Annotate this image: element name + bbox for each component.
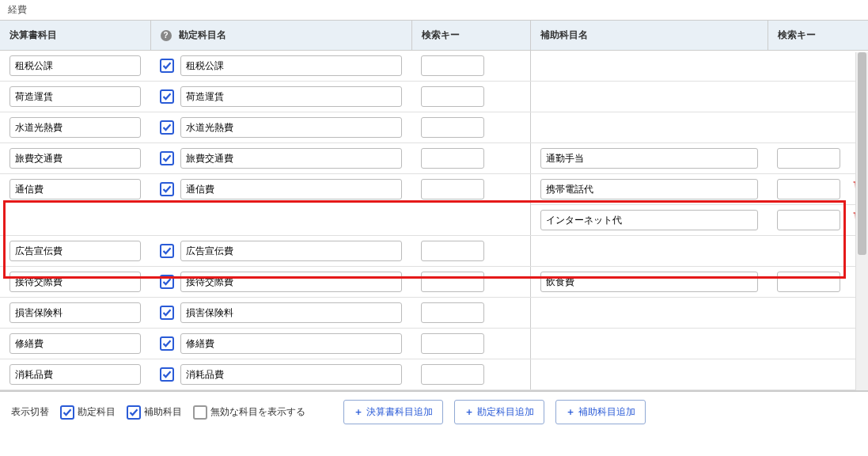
- fs-input[interactable]: [9, 333, 141, 354]
- cell-sub: [530, 236, 768, 267]
- key2-input[interactable]: [777, 148, 840, 169]
- help-icon[interactable]: ?: [161, 30, 172, 41]
- cell-acct: [150, 143, 411, 174]
- key1-input[interactable]: [421, 364, 484, 385]
- row-checkbox[interactable]: [160, 275, 174, 289]
- plus-icon: ＋: [464, 405, 474, 419]
- table-row: [0, 298, 868, 329]
- cell-acct: [150, 359, 411, 390]
- key1-input[interactable]: [421, 241, 484, 261]
- key1-input[interactable]: [421, 86, 484, 107]
- btn-add-sub-label: 補助科目追加: [578, 405, 635, 419]
- scrollbar[interactable]: [855, 52, 868, 390]
- cell-fs: [0, 51, 150, 82]
- acct-input[interactable]: [180, 364, 402, 385]
- cell-acct: [150, 112, 411, 143]
- toggle-label: 表示切替: [11, 405, 49, 419]
- key1-input[interactable]: [421, 148, 484, 169]
- cb-acct[interactable]: [60, 405, 74, 420]
- sub-input[interactable]: [540, 272, 759, 292]
- key1-input[interactable]: [421, 302, 484, 323]
- sub-input[interactable]: [540, 179, 759, 200]
- scrollbar-thumb[interactable]: [858, 52, 866, 255]
- cb-sub[interactable]: [127, 405, 141, 420]
- col-header-key2: 検索キー: [768, 21, 868, 51]
- acct-input[interactable]: [180, 179, 402, 200]
- cell-sub: [530, 298, 768, 329]
- col-header-key1: 検索キー: [411, 21, 530, 51]
- row-checkbox[interactable]: [160, 306, 174, 320]
- sub-input[interactable]: [540, 210, 759, 230]
- cb-acct-label: 勘定科目: [78, 405, 116, 419]
- cell-key1: [411, 174, 530, 236]
- fs-input[interactable]: [9, 179, 141, 200]
- btn-add-acct-label: 勘定科目追加: [477, 405, 534, 419]
- cell-fs: [0, 359, 150, 390]
- table-row: [0, 143, 868, 174]
- cb-invalid[interactable]: [193, 405, 207, 420]
- row-checkbox[interactable]: [160, 120, 174, 135]
- key2-input[interactable]: [777, 179, 840, 200]
- key1-input[interactable]: [421, 179, 484, 200]
- cell-key2: [768, 298, 843, 329]
- cell-sub: [530, 174, 768, 205]
- cell-sub: [530, 82, 768, 112]
- row-checkbox[interactable]: [160, 151, 174, 165]
- table-row: [0, 174, 868, 205]
- row-checkbox[interactable]: [160, 244, 174, 258]
- row-checkbox[interactable]: [160, 59, 174, 73]
- btn-add-acct[interactable]: ＋勘定科目追加: [454, 400, 544, 424]
- fs-input[interactable]: [9, 117, 141, 138]
- col-header-acct-label: 勘定科目名: [179, 29, 226, 40]
- sub-input[interactable]: [540, 148, 759, 169]
- acct-input[interactable]: [180, 272, 402, 292]
- table-wrap: 決算書科目 ? 勘定科目名 検索キー 補助科目名 検索キー: [0, 20, 868, 391]
- fs-input[interactable]: [9, 302, 141, 323]
- cell-key1: [411, 267, 530, 298]
- cell-acct: [150, 329, 411, 359]
- key1-input[interactable]: [421, 55, 484, 76]
- row-checkbox[interactable]: [160, 367, 174, 382]
- cell-fs: [0, 82, 150, 112]
- btn-add-sub[interactable]: ＋補助科目追加: [555, 400, 646, 424]
- table-row: [0, 82, 868, 112]
- acct-input[interactable]: [180, 117, 402, 138]
- table-header-row: 決算書科目 ? 勘定科目名 検索キー 補助科目名 検索キー: [0, 21, 868, 51]
- acct-input[interactable]: [180, 302, 402, 323]
- key1-input[interactable]: [421, 333, 484, 354]
- row-checkbox[interactable]: [160, 336, 174, 351]
- fs-input[interactable]: [9, 86, 141, 107]
- cell-fs: [0, 329, 150, 359]
- fs-input[interactable]: [9, 148, 141, 169]
- cell-key2: [768, 329, 843, 359]
- cell-fs: [0, 174, 150, 236]
- acct-input[interactable]: [180, 55, 402, 76]
- cell-key2: [768, 143, 843, 174]
- acct-input[interactable]: [180, 86, 402, 107]
- cell-key2: [768, 236, 843, 267]
- cell-key2: [768, 174, 843, 205]
- cell-key1: [411, 298, 530, 329]
- btn-add-fs[interactable]: ＋決算書科目追加: [343, 400, 443, 424]
- acct-input[interactable]: [180, 333, 402, 354]
- col-header-acct: ? 勘定科目名: [150, 21, 411, 51]
- fs-input[interactable]: [9, 241, 141, 261]
- cell-fs: [0, 267, 150, 298]
- cell-acct: [150, 51, 411, 82]
- col-header-sub: 補助科目名: [530, 21, 768, 51]
- key2-input[interactable]: [777, 272, 840, 292]
- cell-key2: [768, 267, 843, 298]
- row-checkbox[interactable]: [160, 182, 174, 196]
- fs-input[interactable]: [9, 272, 141, 292]
- key2-input[interactable]: [777, 210, 840, 230]
- fs-input[interactable]: [9, 364, 141, 385]
- key1-input[interactable]: [421, 117, 484, 138]
- fs-input[interactable]: [9, 55, 141, 76]
- row-checkbox[interactable]: [160, 89, 174, 104]
- accounts-table: 決算書科目 ? 勘定科目名 検索キー 補助科目名 検索キー: [0, 21, 868, 390]
- cell-sub: [530, 329, 768, 359]
- key1-input[interactable]: [421, 272, 484, 292]
- acct-input[interactable]: [180, 241, 402, 261]
- table-row: [0, 329, 868, 359]
- acct-input[interactable]: [180, 148, 402, 169]
